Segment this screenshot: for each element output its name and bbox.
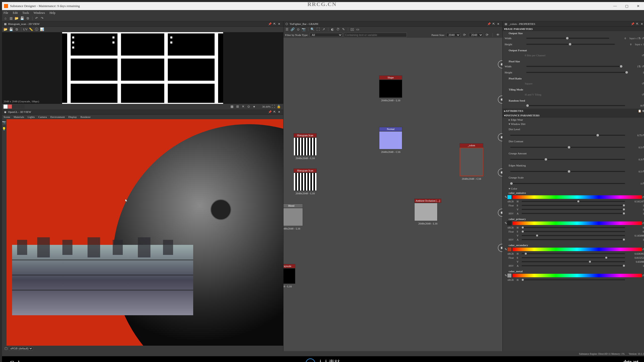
open2d-icon[interactable]: 📂	[3, 27, 8, 32]
menu-tools[interactable]: Tools	[22, 11, 29, 15]
grunge-scale-slider[interactable]	[510, 183, 625, 184]
save2d-icon[interactable]: 💾	[9, 27, 14, 32]
node-blend[interactable]: Blend 048x2048 - L16	[284, 204, 303, 230]
popout-graph-icon[interactable]: ⇱	[492, 22, 495, 26]
dirt-contrast-slider[interactable]	[510, 147, 625, 148]
ce-h-slider[interactable]	[522, 201, 625, 202]
arrow-icon[interactable]: ↗	[321, 27, 326, 32]
section-base-parameters[interactable]: ▾ BASE PARAMETERS	[503, 27, 644, 31]
new-icon[interactable]: ▥	[9, 16, 14, 21]
popout3d-icon[interactable]: ⇱	[273, 110, 276, 114]
close-3d-icon[interactable]: ✕	[277, 110, 281, 114]
grid-icon[interactable]: ▦	[229, 104, 234, 109]
close-button[interactable]: ✕	[632, 2, 644, 10]
redo-icon[interactable]: ↷	[39, 16, 45, 21]
save-icon[interactable]: 💾	[20, 16, 25, 21]
ce-v-slider[interactable]	[522, 209, 625, 210]
close-panel-icon[interactable]: ✕	[277, 22, 281, 26]
parent-size-select[interactable]: 2048	[446, 33, 460, 37]
output-1[interactable]: ⬢	[498, 60, 502, 68]
target-icon[interactable]: ⊙	[246, 104, 251, 109]
grunge-amount-slider[interactable]	[510, 159, 625, 160]
view-3d-canvas[interactable]: 📷 💡	[2, 119, 283, 346]
eye-icon[interactable]: 👁	[495, 33, 500, 37]
link-width-icon[interactable]: ⇅	[638, 37, 641, 40]
output-4[interactable]: ⬢	[498, 168, 502, 176]
pin-props-icon[interactable]: 📌	[631, 22, 634, 26]
node-shape[interactable]: Shape 2048x2048 - L16	[379, 75, 402, 102]
cm-h-slider[interactable]	[522, 279, 625, 280]
expand-icon[interactable]: ⛶	[271, 104, 276, 109]
menu-display[interactable]: Display	[68, 115, 77, 118]
timing-icon[interactable]: ⏱	[335, 27, 340, 32]
filter-text-input[interactable]	[344, 33, 407, 37]
lock-icon[interactable]: 🔒	[276, 104, 281, 109]
reset-em-icon[interactable]: ↺	[642, 170, 644, 173]
node-colors[interactable]: _colors 2048x2048 - C16	[460, 143, 483, 180]
ruler-icon[interactable]: 📏	[28, 27, 33, 32]
metal-colorbar[interactable]	[513, 274, 642, 277]
reset-seed-icon[interactable]: ↺	[642, 104, 644, 107]
light-icon[interactable]: 💡	[2, 127, 7, 131]
close-graph-icon[interactable]: ✕	[496, 22, 500, 26]
reset-tm-icon[interactable]: ↺	[642, 93, 644, 96]
psh-slider[interactable]	[526, 72, 627, 73]
ce-s-slider[interactable]	[522, 205, 625, 206]
histogram-icon[interactable]: 📊	[39, 27, 45, 32]
metal-swatch[interactable]	[507, 273, 512, 278]
dirt-level-slider[interactable]	[510, 135, 625, 136]
emissive-colorbar[interactable]	[513, 195, 642, 199]
reset-gs-icon[interactable]: ↺	[642, 182, 644, 185]
row-edge-wear[interactable]: ▸ Edge Wear	[503, 118, 644, 122]
menu-camera[interactable]: Camera	[38, 115, 47, 118]
channel-swatches[interactable]	[4, 105, 25, 109]
colorspace-select[interactable]: sRGB (default)	[9, 346, 33, 350]
eyedropper-cm-icon[interactable]: ✎	[505, 274, 507, 278]
align1-icon[interactable]: ▯▯	[350, 27, 355, 32]
align2-icon[interactable]: ▭	[355, 27, 360, 32]
emissive-swatch[interactable]	[507, 195, 512, 199]
output-6[interactable]: ⬢	[498, 244, 502, 252]
node-grayscale[interactable]: Grayscale 048 - L16	[284, 264, 295, 288]
minimize-button[interactable]: —	[609, 2, 621, 10]
fit-icon[interactable]: ⛶	[315, 27, 320, 32]
popout-icon[interactable]: ⇱	[273, 22, 276, 26]
menu-scene[interactable]: Scene	[4, 115, 10, 118]
pin-icon[interactable]: 📌	[268, 22, 272, 26]
filter-type-select[interactable]: All	[310, 33, 342, 37]
reset-of-icon[interactable]: ↺	[642, 54, 644, 57]
node-histogram-scan-1[interactable]: Histogram Scan 2048x2048 - L16	[294, 133, 317, 160]
psw-slider[interactable]	[526, 66, 622, 67]
home-icon[interactable]: ⌂	[3, 16, 8, 21]
annot-icon[interactable]: ✎	[341, 27, 346, 32]
menu-file[interactable]: File	[4, 11, 8, 15]
link-ps-icon[interactable]: ⇅	[638, 65, 641, 68]
info-icon[interactable]: ⓘ	[34, 27, 39, 32]
reset-ps-icon[interactable]: ↺	[642, 65, 644, 68]
section-instance-parameters[interactable]: ▾ INSTANCE PARAMETERS	[503, 113, 644, 118]
row-color-group[interactable]: ▾ Color	[503, 187, 644, 191]
secondary-swatch[interactable]	[507, 247, 512, 252]
reset-cp-icon[interactable]: ↺	[642, 222, 644, 225]
view-2d-canvas[interactable]: 2048 x 2048 (Grayscale, 16bpc)	[2, 32, 283, 104]
edges-masking-slider[interactable]	[510, 171, 625, 172]
reset-ce-icon[interactable]: ↺	[642, 196, 644, 199]
saveall-icon[interactable]: ⧉	[25, 16, 30, 21]
size2-select[interactable]: 2048	[469, 33, 483, 37]
cs-a-slider[interactable]	[522, 265, 625, 266]
seed-slider[interactable]	[526, 105, 625, 106]
cs-v-slider[interactable]	[522, 261, 625, 262]
node-ao[interactable]: Ambient Occlusion […] 2048x2048 - L16	[414, 199, 441, 225]
snapshot-icon[interactable]: 📷	[301, 27, 306, 32]
reset-pr-icon[interactable]: ↺	[642, 82, 644, 85]
paste-attr-icon[interactable]: 📋	[638, 109, 641, 113]
copy-icon[interactable]: ⧉	[14, 27, 19, 32]
height-slider[interactable]	[526, 44, 615, 45]
node-histogram-scan-2[interactable]: Histogram Scan 2048x2048 - L16	[294, 168, 317, 195]
close-props-icon[interactable]: ✕	[640, 22, 643, 26]
cs-h-slider[interactable]	[522, 253, 625, 254]
eyedropper-cs-icon[interactable]: ✎	[505, 248, 507, 251]
primary-colorbar[interactable]	[513, 221, 642, 225]
cp-h-slider[interactable]	[522, 227, 625, 228]
pin-graph-icon[interactable]: 📌	[487, 22, 491, 26]
